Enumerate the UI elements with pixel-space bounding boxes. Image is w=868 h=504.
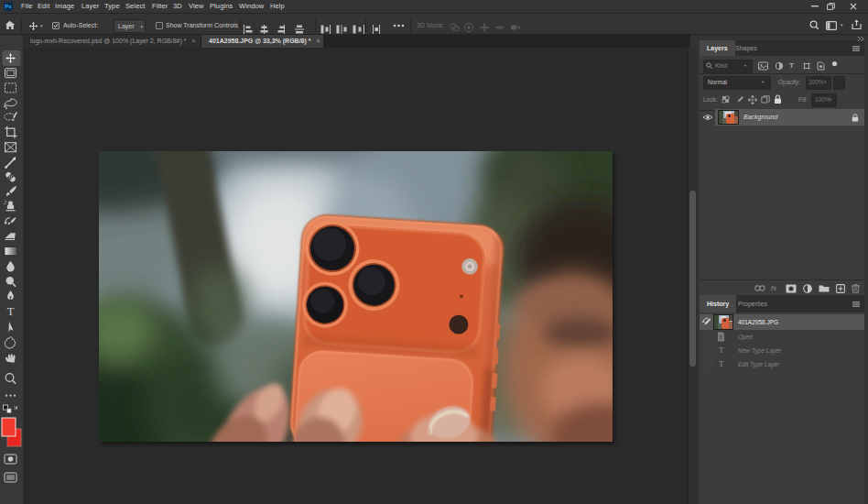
svg-text:T: T [7, 305, 15, 318]
